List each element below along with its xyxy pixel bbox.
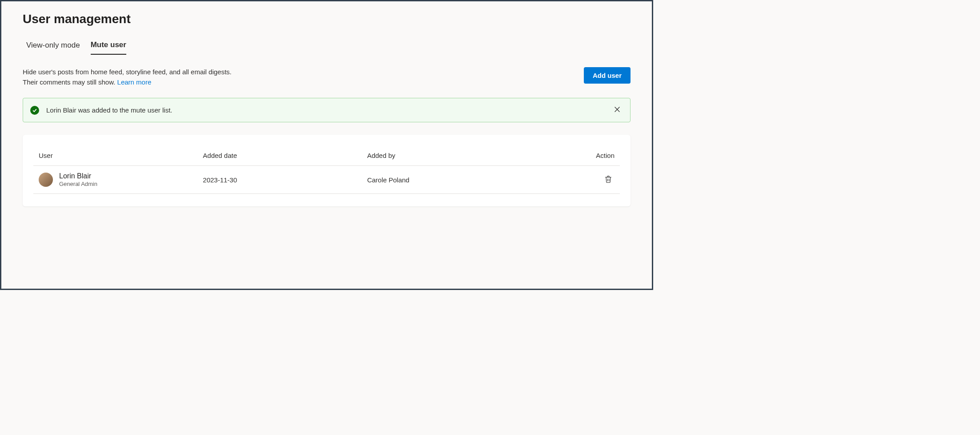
- user-table: User Added date Added by Action Lorin Bl…: [33, 145, 620, 194]
- column-header-action: Action: [561, 145, 620, 166]
- tabs: View-only mode Mute user: [23, 40, 631, 55]
- avatar: [39, 173, 53, 187]
- cell-added-by: Carole Poland: [362, 166, 561, 194]
- column-header-user[interactable]: User: [33, 145, 197, 166]
- page-title: User management: [23, 12, 631, 26]
- column-header-added-by[interactable]: Added by: [362, 145, 561, 166]
- description-line2: Their comments may still show.: [23, 78, 117, 86]
- close-icon: [613, 105, 621, 115]
- trash-icon: [604, 178, 613, 185]
- add-user-button[interactable]: Add user: [584, 67, 631, 84]
- delete-user-button[interactable]: [602, 173, 615, 187]
- user-table-card: User Added date Added by Action Lorin Bl…: [23, 135, 631, 206]
- tab-mute-user[interactable]: Mute user: [91, 40, 126, 55]
- check-circle-icon: [30, 106, 39, 115]
- cell-added-date: 2023-11-30: [197, 166, 361, 194]
- user-name: Lorin Blair: [59, 172, 97, 180]
- user-role: General Admin: [59, 181, 97, 187]
- table-row: Lorin Blair General Admin 2023-11-30 Car…: [33, 166, 620, 194]
- banner-message: Lorin Blair was added to the mute user l…: [46, 106, 611, 114]
- learn-more-link[interactable]: Learn more: [117, 78, 152, 86]
- description-text: Hide user's posts from home feed, storyl…: [23, 67, 232, 87]
- tab-view-only-mode[interactable]: View-only mode: [26, 40, 80, 55]
- success-banner: Lorin Blair was added to the mute user l…: [23, 98, 631, 122]
- column-header-added-date[interactable]: Added date: [197, 145, 361, 166]
- description-line1: Hide user's posts from home feed, storyl…: [23, 68, 232, 76]
- banner-close-button[interactable]: [611, 104, 623, 117]
